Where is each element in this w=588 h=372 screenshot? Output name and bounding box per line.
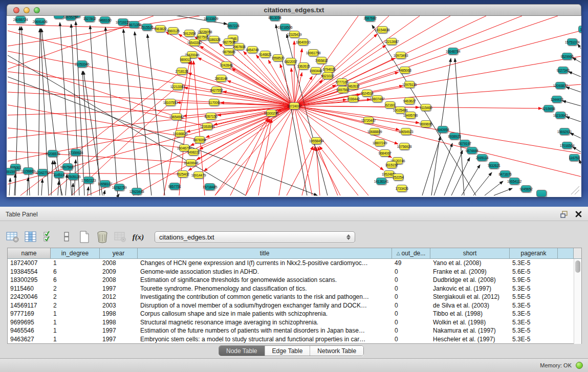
network-node[interactable]: 1640954 xyxy=(438,126,448,133)
network-node[interactable]: 9146821 xyxy=(260,51,270,58)
table-cell[interactable]: 5.3E-5 xyxy=(510,326,558,335)
network-node[interactable]: 7955812 xyxy=(316,57,326,64)
column-header-in_degree[interactable]: in_degree xyxy=(51,248,100,258)
table-cell[interactable]: 0 xyxy=(392,301,430,310)
table-cell[interactable]: 5.5E-5 xyxy=(510,293,558,301)
network-node[interactable]: 7857224 xyxy=(228,22,238,29)
network-node[interactable]: 6794028 xyxy=(324,65,334,73)
network-node[interactable]: 6822057 xyxy=(286,58,296,65)
table-cell[interactable]: Corpus callosum shape and size in male p… xyxy=(138,310,392,318)
close-window-icon[interactable] xyxy=(13,7,19,13)
table-cell[interactable]: Franke et al. (2009) xyxy=(430,268,510,276)
network-node[interactable]: 7485063 xyxy=(400,67,410,74)
table-cell[interactable]: 6 xyxy=(51,268,100,276)
network-node[interactable]: 10807487 xyxy=(372,95,382,102)
table-cell[interactable]: 0 xyxy=(392,318,430,327)
table-row[interactable]: 1830029562008Estimation of significance … xyxy=(8,276,581,285)
table-cell[interactable]: 1997 xyxy=(100,285,138,293)
close-panel-icon[interactable] xyxy=(574,210,583,218)
network-node[interactable]: 16914479 xyxy=(193,171,204,179)
network-node[interactable]: 11156869 xyxy=(23,167,33,174)
column-header-name[interactable]: name xyxy=(8,248,51,258)
network-node[interactable]: 2803144 xyxy=(216,75,226,82)
select-all-icon[interactable] xyxy=(40,228,57,246)
table-options-icon[interactable] xyxy=(4,228,21,246)
network-node[interactable]: 8186328 xyxy=(209,36,219,43)
network-node[interactable]: 19558454 xyxy=(311,137,321,144)
network-node[interactable]: 2687682 xyxy=(365,16,375,21)
table-cell[interactable]: Disruption of a novel member of a sodium… xyxy=(138,301,392,310)
table-cell[interactable]: 1997 xyxy=(100,326,138,335)
network-node[interactable]: 24055724 xyxy=(15,16,26,23)
table-cell[interactable]: 9115460 xyxy=(8,285,51,293)
table-cell[interactable]: Estimation of the future numbers of pati… xyxy=(138,326,392,335)
table-cell[interactable]: Investigating the contribution of common… xyxy=(138,293,392,301)
network-node[interactable]: 10025488 xyxy=(395,106,405,114)
table-cell[interactable]: 5.3E-5 xyxy=(510,318,558,327)
network-node[interactable]: 9227343 xyxy=(558,67,568,74)
tab-node-table[interactable]: Node Table xyxy=(219,346,265,356)
network-node[interactable]: 18807249 xyxy=(375,139,385,146)
network-node[interactable]: 9777169 xyxy=(337,78,347,85)
table-cell[interactable]: Wolkin et al. (1998) xyxy=(430,318,510,327)
network-node[interactable]: 16961758 xyxy=(308,49,318,56)
table-cell[interactable]: 0 xyxy=(392,293,430,301)
table-cell[interactable]: 5.3E-5 xyxy=(510,285,558,293)
table-cell[interactable]: 9465546 xyxy=(8,326,51,335)
network-node[interactable]: 9474444 xyxy=(467,147,477,154)
table-cell[interactable]: 1 xyxy=(51,318,100,327)
table-row[interactable]: 946554611997Estimation of the future num… xyxy=(8,326,581,335)
network-node[interactable]: 10688809 xyxy=(369,128,380,135)
network-node[interactable]: 16648784 xyxy=(448,48,458,55)
network-node[interactable]: 8215958 xyxy=(543,105,554,112)
network-canvas[interactable]: 2405572420691406106552571527802846616010… xyxy=(7,16,581,197)
network-node[interactable]: 14671355 xyxy=(129,21,139,28)
table-cell[interactable]: Yano et al. (2008) xyxy=(430,259,510,268)
network-node[interactable]: 3624514 xyxy=(362,90,372,97)
table-cell[interactable]: 18300295 xyxy=(8,276,51,285)
network-node[interactable] xyxy=(54,16,64,19)
network-node[interactable]: 9660125 xyxy=(168,27,178,34)
function-builder-icon[interactable]: f(x) xyxy=(129,228,147,246)
table-row[interactable]: 946362711997Embryonic stem cells: a mode… xyxy=(8,335,581,344)
table-cell[interactable]: 9699695 xyxy=(8,318,51,327)
network-node[interactable]: 9875685 xyxy=(224,48,234,55)
new-table-icon[interactable] xyxy=(76,228,93,246)
column-header-out_de[interactable]: △out_de... xyxy=(392,248,430,258)
network-node[interactable]: 1244413 xyxy=(552,96,562,103)
table-cell[interactable]: Stergiakouli et al. (2012) xyxy=(430,293,510,301)
table-row[interactable]: 911546021997Tourette syndrome. Phenomeno… xyxy=(8,285,581,293)
network-node[interactable]: 2036442 xyxy=(348,95,358,102)
table-cell[interactable]: 22420046 xyxy=(8,293,51,301)
network-node[interactable]: 21053346 xyxy=(77,60,87,68)
table-cell[interactable]: Structural magnetic resonance image aver… xyxy=(138,318,392,327)
table-cell[interactable]: Genome-wide association studies in ADHD. xyxy=(138,268,392,276)
network-node[interactable]: 1621022 xyxy=(322,72,333,79)
network-node[interactable]: 12342757 xyxy=(37,169,48,176)
network-node[interactable]: 12923448 xyxy=(132,188,142,195)
table-cell[interactable]: 2012 xyxy=(100,293,138,301)
network-node[interactable]: 10973493 xyxy=(396,52,406,59)
network-node[interactable]: 20691406 xyxy=(35,18,45,25)
network-node[interactable]: 8454749 xyxy=(247,46,257,53)
network-node[interactable]: 16409948 xyxy=(186,159,196,166)
table-cell[interactable]: 2008 xyxy=(100,259,138,268)
network-node[interactable]: 9463627 xyxy=(404,97,415,104)
table-cell[interactable]: de Silva et al. (2003) xyxy=(430,301,510,310)
zoom-window-icon[interactable] xyxy=(34,7,40,13)
table-cell[interactable]: 0 xyxy=(392,326,430,335)
table-cell[interactable]: 0 xyxy=(392,310,430,318)
network-node[interactable]: 15720407 xyxy=(363,117,374,124)
table-row[interactable]: 1872400712008Changes of HCN gene express… xyxy=(8,259,581,268)
table-cell[interactable]: 1 xyxy=(51,335,100,344)
network-node[interactable]: 17957223 xyxy=(83,177,94,184)
network-node[interactable]: 17359924 xyxy=(71,149,81,156)
memory-ok-indicator-icon[interactable] xyxy=(576,362,583,369)
network-node[interactable]: 9529966 xyxy=(562,53,572,60)
table-cell[interactable]: 2003 xyxy=(100,301,138,310)
network-node[interactable]: 20206576 xyxy=(48,150,58,157)
network-node[interactable]: 114519 xyxy=(54,171,64,178)
network-node[interactable]: 1990448 xyxy=(311,67,321,74)
table-cell[interactable]: Nakamura et al. (1997) xyxy=(430,326,510,335)
table-scrollbar[interactable] xyxy=(574,259,581,344)
